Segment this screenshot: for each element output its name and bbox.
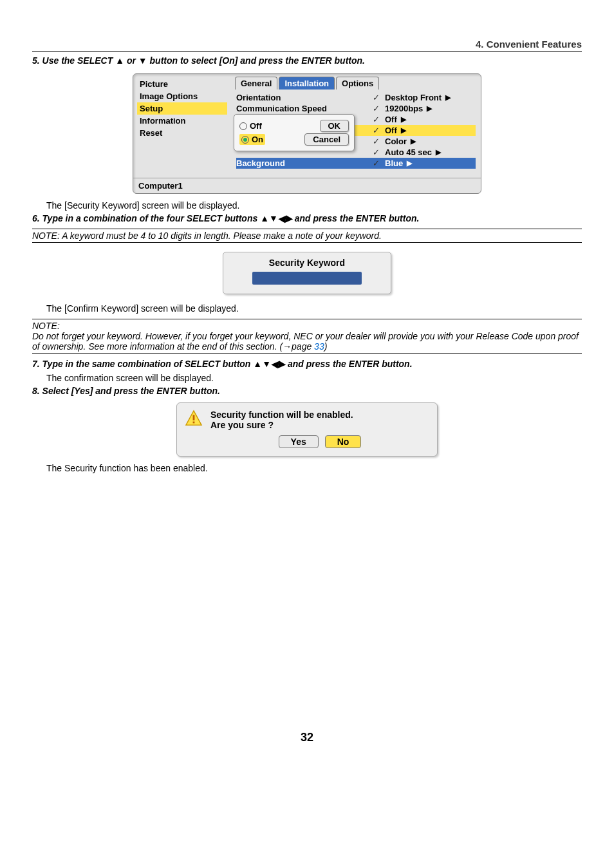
no-button[interactable]: No: [325, 435, 362, 448]
note-block: NOTE: Do not forget your keyword. Howeve…: [32, 319, 582, 354]
keyword-field[interactable]: [252, 272, 362, 285]
row-key: Communication Speed: [236, 104, 327, 113]
step-8: 8. Select [Yes] and press the ENTER butt…: [32, 386, 582, 396]
section-header: 4. Convenient Features: [32, 39, 582, 52]
sidebar-item[interactable]: Picture: [137, 78, 227, 90]
check-icon: [373, 93, 381, 102]
sidebar-item[interactable]: Information: [137, 115, 227, 127]
cancel-button[interactable]: Cancel: [304, 133, 349, 146]
chevron-right-icon: ▶: [407, 159, 412, 167]
sidebar-item-selected[interactable]: Setup: [137, 102, 227, 115]
row-value: Auto 45 sec: [385, 147, 432, 157]
body-text: The confirmation screen will be displaye…: [46, 373, 582, 383]
row-key: Background: [236, 158, 285, 168]
body-text: The [Confirm Keyword] screen will be dis…: [46, 303, 582, 314]
chevron-right-icon: ▶: [445, 93, 451, 102]
tab-options[interactable]: Options: [336, 77, 379, 90]
tab-general[interactable]: General: [235, 77, 277, 90]
sidebar-item[interactable]: Reset: [137, 127, 227, 139]
confirm-dialog: Security function will be enabled. Are y…: [176, 402, 438, 457]
row-value: Off: [385, 115, 397, 124]
menu-row[interactable]: Communication Speed 19200bps▶: [236, 103, 476, 114]
step-6: 6. Type in a combination of the four SEL…: [32, 213, 582, 223]
step-5: 5. Use the SELECT ▲ or ▼ button to selec…: [32, 55, 582, 66]
svg-rect-2: [193, 422, 195, 424]
row-key: Orientation: [236, 93, 281, 102]
keyword-dialog: Security Keyword: [223, 252, 391, 294]
body-text: The Security function has been enabled.: [46, 463, 582, 473]
confirm-line1: Security function will be enabled.: [210, 410, 429, 420]
chevron-right-icon: ▶: [401, 115, 406, 124]
step-7: 7. Type in the same combination of SELEC…: [32, 359, 582, 369]
radio-on[interactable]: On: [239, 134, 265, 145]
svg-rect-1: [193, 415, 195, 420]
note-text: Do not forget your keyword. However, if …: [32, 331, 579, 352]
chevron-right-icon: ▶: [436, 148, 441, 156]
check-icon: [373, 104, 381, 113]
menu-row-selected[interactable]: Background Blue▶: [236, 158, 476, 169]
check-icon: [373, 126, 381, 135]
warning-icon: [185, 410, 203, 426]
note-block: NOTE: A keyword must be 4 to 10 digits i…: [32, 229, 582, 243]
menu-row[interactable]: Orientation Desktop Front▶: [236, 92, 476, 103]
check-icon: [373, 158, 381, 168]
radio-off[interactable]: Off: [239, 121, 262, 131]
radio-label: On: [252, 135, 263, 144]
chevron-right-icon: ▶: [411, 137, 416, 146]
check-icon: [373, 137, 381, 146]
check-icon: [373, 115, 381, 124]
row-value: Blue: [385, 158, 403, 168]
projector-menu: Picture Image Options Setup Information …: [133, 73, 481, 194]
page-link[interactable]: 33: [314, 341, 324, 352]
row-value: 19200bps: [385, 104, 423, 113]
check-icon: [373, 147, 381, 157]
dialog-title: Security Keyword: [230, 258, 384, 268]
menu-sidebar: Picture Image Options Setup Information …: [133, 74, 231, 178]
radio-label: Off: [250, 121, 262, 131]
row-value: Desktop Front: [385, 93, 442, 102]
tab-row: General Installation Options: [231, 74, 481, 90]
row-value: Off: [385, 126, 397, 135]
chevron-right-icon: ▶: [401, 126, 406, 135]
body-text: The [Security Keyword] screen will be di…: [46, 200, 582, 211]
row-value: Color: [385, 137, 407, 146]
page-number: 32: [32, 731, 582, 744]
note-label: NOTE:: [32, 321, 60, 331]
tab-installation[interactable]: Installation: [279, 77, 335, 90]
on-off-dialog: Off OK On Cancel: [234, 114, 355, 151]
note-text: ): [324, 341, 328, 352]
sidebar-item[interactable]: Image Options: [137, 90, 227, 102]
menu-footer: Computer1: [133, 178, 481, 193]
ok-button[interactable]: OK: [320, 120, 349, 132]
radio-icon: [241, 136, 249, 144]
confirm-line2: Are you sure ?: [210, 420, 429, 430]
chevron-right-icon: ▶: [427, 104, 432, 113]
radio-icon: [239, 122, 247, 130]
yes-button[interactable]: Yes: [279, 435, 319, 448]
